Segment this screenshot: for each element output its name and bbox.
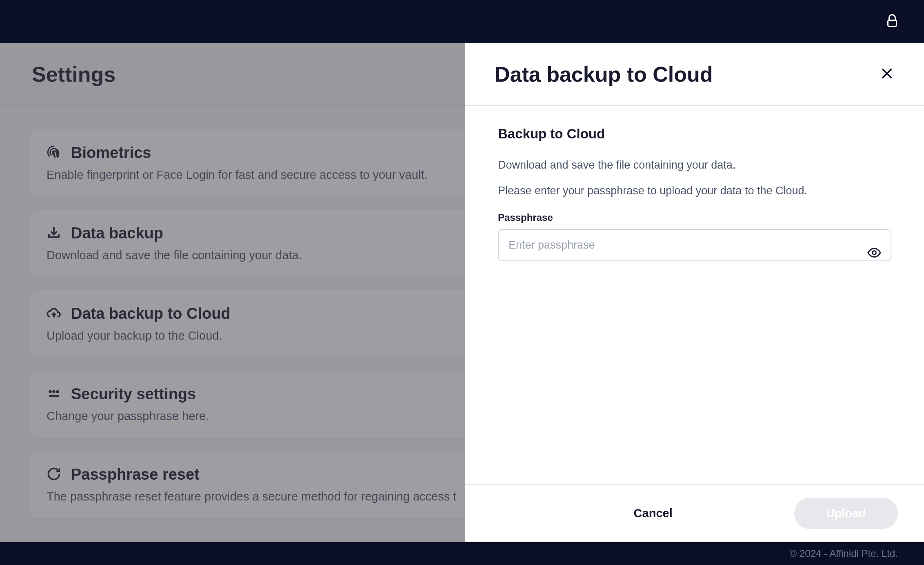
close-icon[interactable]	[879, 66, 895, 83]
app-header	[0, 0, 924, 43]
panel-footer: Cancel Upload	[465, 484, 924, 542]
svg-rect-0	[888, 20, 897, 27]
svg-point-4	[873, 251, 876, 254]
backup-cloud-panel: Data backup to Cloud Backup to Cloud Dow…	[465, 43, 924, 542]
lock-icon[interactable]	[885, 13, 900, 30]
panel-description-1: Download and save the file containing yo…	[498, 159, 891, 171]
cancel-button[interactable]: Cancel	[614, 499, 692, 527]
passphrase-input-wrapper	[498, 229, 891, 261]
passphrase-label: Passphrase	[498, 212, 891, 223]
panel-body: Backup to Cloud Download and save the fi…	[465, 106, 924, 484]
app-footer: © 2024 - Affinidi Pte. Ltd.	[0, 542, 924, 565]
passphrase-input[interactable]	[498, 229, 891, 261]
upload-button[interactable]: Upload	[794, 498, 898, 529]
panel-header: Data backup to Cloud	[465, 43, 924, 106]
copyright-text: © 2024 - Affinidi Pte. Ltd.	[790, 548, 898, 559]
panel-title: Data backup to Cloud	[495, 62, 713, 87]
panel-description-2: Please enter your passphrase to upload y…	[498, 185, 891, 197]
panel-subtitle: Backup to Cloud	[498, 126, 891, 142]
